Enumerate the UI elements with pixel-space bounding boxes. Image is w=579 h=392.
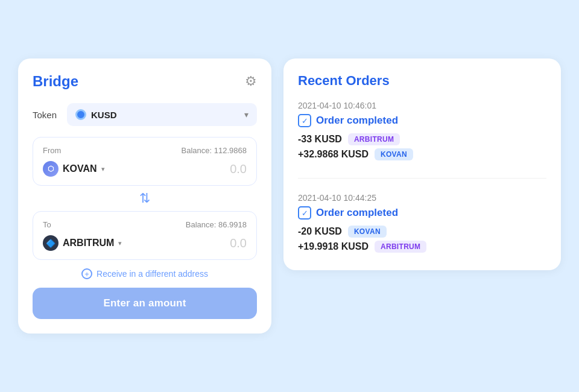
order-timestamp: 2021-04-10 10:44:25 [298, 193, 546, 203]
to-amount-input[interactable]: 0.0 [230, 236, 247, 250]
to-box: To Balance: 86.9918 🔷 ARBITRUM ▾ 0.0 [33, 211, 257, 260]
from-amount-input[interactable]: 0.0 [230, 162, 247, 176]
check-icon: ✓ [298, 206, 311, 220]
order-timestamp: 2021-04-10 10:46:01 [298, 101, 546, 110]
to-box-header: To Balance: 86.9918 [43, 220, 247, 229]
to-network-name: ARBITRUM [63, 238, 114, 248]
token-label: Token [33, 110, 60, 120]
chevron-down-icon: ▾ [244, 110, 248, 119]
to-network-chevron: ▾ [118, 239, 122, 247]
token-dot-icon [75, 109, 86, 120]
from-label: From [43, 146, 61, 155]
orders-title: Recent Orders [298, 73, 546, 89]
swap-arrow-container: ⇅ [33, 191, 257, 206]
bridge-header: Bridge ⚙ [33, 73, 257, 90]
token-name: KUSD [91, 110, 117, 120]
order-from-amount: -20 KUSD [298, 226, 342, 237]
orders-card: Recent Orders 2021-04-10 10:46:01 ✓ Orde… [283, 58, 561, 270]
order-from-line: -20 KUSD KOVAN [298, 226, 546, 238]
orders-list: 2021-04-10 10:46:01 ✓ Order completed -3… [298, 101, 546, 253]
token-row: Token KUSD ▾ [33, 103, 257, 126]
arbitrum-icon: 🔷 [43, 235, 59, 251]
gear-icon[interactable]: ⚙ [245, 74, 257, 89]
from-box: From Balance: 112.9868 ⬡ KOVAN ▾ 0.0 [33, 137, 257, 186]
to-box-body: 🔷 ARBITRUM ▾ 0.0 [43, 235, 247, 251]
order-status: ✓ Order completed [298, 206, 546, 220]
from-network-name: KOVAN [63, 163, 97, 174]
order-to-badge: KOVAN [375, 148, 413, 160]
main-container: Bridge ⚙ Token KUSD ▾ From Balance: 112.… [18, 58, 561, 334]
order-from-amount: -33 KUSD [298, 134, 342, 145]
enter-amount-button[interactable]: Enter an amount [33, 288, 257, 319]
order-status: ✓ Order completed [298, 114, 546, 127]
token-select-inner: KUSD [75, 109, 117, 120]
order-to-badge: ARBITRUM [375, 241, 426, 253]
swap-arrows-icon[interactable]: ⇅ [139, 191, 150, 206]
from-box-header: From Balance: 112.9868 [43, 146, 247, 155]
from-box-body: ⬡ KOVAN ▾ 0.0 [43, 161, 247, 177]
from-network-selector[interactable]: ⬡ KOVAN ▾ [43, 161, 105, 177]
order-to-amount: +19.9918 KUSD [298, 241, 369, 252]
plus-circle-icon: + [81, 268, 92, 279]
token-selector[interactable]: KUSD ▾ [67, 103, 257, 126]
bridge-card: Bridge ⚙ Token KUSD ▾ From Balance: 112.… [18, 58, 271, 334]
order-from-badge: ARBITRUM [348, 133, 400, 145]
order-from-badge: KOVAN [348, 226, 387, 238]
check-icon: ✓ [298, 114, 311, 127]
to-balance: Balance: 86.9918 [186, 220, 247, 229]
order-item: 2021-04-10 10:46:01 ✓ Order completed -3… [298, 101, 546, 179]
order-to-line: +19.9918 KUSD ARBITRUM [298, 241, 546, 253]
from-network-chevron: ▾ [101, 165, 105, 173]
bridge-title: Bridge [33, 73, 78, 90]
to-label: To [43, 220, 51, 229]
order-status-text: Order completed [316, 207, 398, 219]
order-item: 2021-04-10 10:44:25 ✓ Order completed -2… [298, 193, 546, 253]
diff-address-label: Receive in a different address [96, 269, 208, 279]
order-to-amount: +32.9868 KUSD [298, 149, 369, 160]
different-address-row[interactable]: + Receive in a different address [33, 268, 257, 279]
order-from-line: -33 KUSD ARBITRUM [298, 133, 546, 145]
kovan-icon: ⬡ [43, 161, 59, 177]
order-status-text: Order completed [316, 115, 398, 127]
order-to-line: +32.9868 KUSD KOVAN [298, 148, 546, 160]
to-network-selector[interactable]: 🔷 ARBITRUM ▾ [43, 235, 122, 251]
from-balance: Balance: 112.9868 [182, 146, 247, 155]
